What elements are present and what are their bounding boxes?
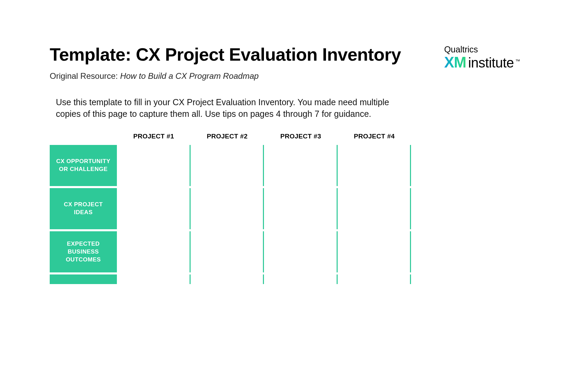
column-header-row: PROJECT #1 PROJECT #2 PROJECT #3 PROJECT… xyxy=(50,130,411,145)
row-label: CX OPPORTUNITY OR CHALLENGE xyxy=(50,145,117,186)
subtitle: Original Resource: How to Build a CX Pro… xyxy=(50,71,434,81)
subtitle-resource: How to Build a CX Program Roadmap xyxy=(120,71,258,81)
table-cell[interactable] xyxy=(338,231,411,272)
column-header: PROJECT #1 xyxy=(117,130,191,145)
row-label-partial xyxy=(50,274,117,284)
column-header: PROJECT #2 xyxy=(191,130,264,145)
subtitle-label: Original Resource: xyxy=(50,71,120,81)
logo-qualtrics-text: Qualtrics xyxy=(444,45,520,54)
logo-xm-row: XM institute™ xyxy=(444,54,520,71)
table-cell[interactable] xyxy=(338,188,411,229)
table-cell[interactable] xyxy=(338,274,411,284)
column-header: PROJECT #4 xyxy=(338,130,411,145)
brand-logo: Qualtrics XM institute™ xyxy=(444,45,520,71)
table-cell[interactable] xyxy=(338,145,411,186)
logo-tm-symbol: ™ xyxy=(515,58,520,64)
table-cell[interactable] xyxy=(191,188,264,229)
table-cell[interactable] xyxy=(117,188,191,229)
table-cell[interactable] xyxy=(191,274,264,284)
table-row: CX PROJECT IDEAS xyxy=(50,188,411,229)
row-label-spacer xyxy=(50,130,117,145)
page-title: Template: CX Project Evaluation Inventor… xyxy=(50,45,434,65)
table-row-partial xyxy=(50,274,411,284)
row-label: EXPECTED BUSINESS OUTCOMES xyxy=(50,231,117,272)
table-cell[interactable] xyxy=(117,274,191,284)
intro-text: Use this template to fill in your CX Pro… xyxy=(56,97,416,120)
table-cell[interactable] xyxy=(264,188,338,229)
evaluation-table: PROJECT #1 PROJECT #2 PROJECT #3 PROJECT… xyxy=(50,130,411,284)
title-block: Template: CX Project Evaluation Inventor… xyxy=(50,45,434,81)
table-cell[interactable] xyxy=(117,231,191,272)
table-cell[interactable] xyxy=(191,231,264,272)
table-cell[interactable] xyxy=(191,145,264,186)
table-cell[interactable] xyxy=(117,145,191,186)
logo-xm-text: XM xyxy=(444,54,466,71)
header-row: Template: CX Project Evaluation Inventor… xyxy=(50,45,520,81)
column-header: PROJECT #3 xyxy=(264,130,338,145)
table-row: EXPECTED BUSINESS OUTCOMES xyxy=(50,231,411,272)
logo-institute-text: institute xyxy=(468,55,514,71)
table-row: CX OPPORTUNITY OR CHALLENGE xyxy=(50,145,411,186)
row-label: CX PROJECT IDEAS xyxy=(50,188,117,229)
table-cell[interactable] xyxy=(264,145,338,186)
table-cell[interactable] xyxy=(264,231,338,272)
table-cell[interactable] xyxy=(264,274,338,284)
